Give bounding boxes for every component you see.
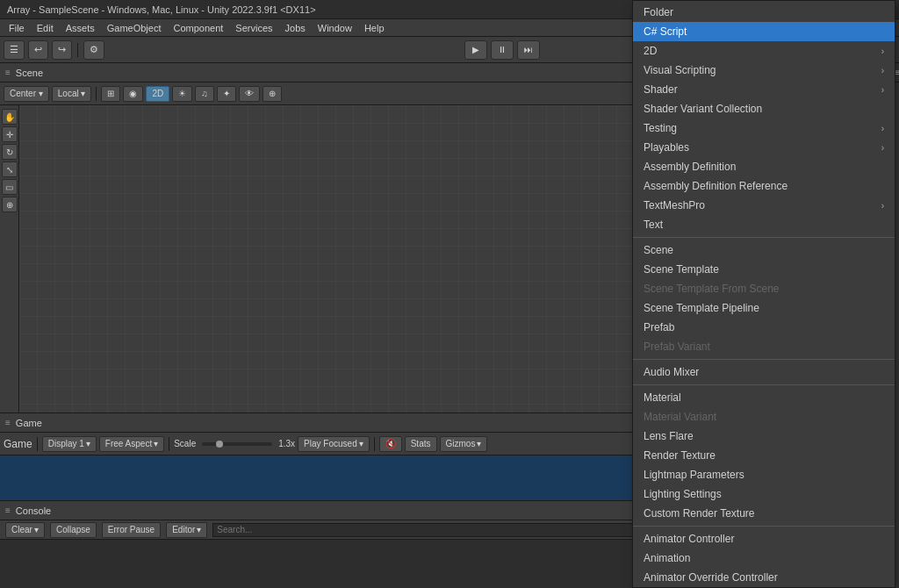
context-menu-item-lightmap-parameters[interactable]: Lightmap Parameters (633, 465, 895, 484)
light-toggle[interactable]: ☀ (172, 86, 192, 102)
collapse-btn[interactable]: Collapse (50, 522, 97, 538)
menu-edit[interactable]: Edit (32, 19, 59, 37)
scene-icon: ≡ (5, 68, 11, 77)
gizmos-scene-btn[interactable]: ⊕ (263, 86, 282, 102)
context-menu-item-assembly-definition[interactable]: Assembly Definition (633, 157, 895, 176)
settings-btn[interactable]: ⚙ (83, 40, 104, 60)
context-menu-item-lighting-settings[interactable]: Lighting Settings (633, 484, 895, 504)
context-menu-item-custom-render-texture[interactable]: Custom Render Texture (633, 504, 895, 523)
context-menu-item-animation[interactable]: Animation (633, 549, 895, 568)
aspect-dropdown[interactable]: Free Aspect ▾ (99, 436, 164, 452)
mute-btn[interactable]: 🔇 (379, 436, 402, 452)
transform-tool[interactable]: ⊕ (2, 197, 18, 212)
context-menu-item-material[interactable]: Material (633, 388, 895, 407)
ctx-item-label: Text (644, 219, 663, 231)
audio-toggle[interactable]: ♫ (195, 86, 214, 102)
menu-services[interactable]: Services (230, 19, 277, 37)
context-menu-item-text[interactable]: Text (633, 215, 895, 234)
context-menu-item-2d[interactable]: 2D› (633, 41, 895, 61)
context-menu-item-animator-controller[interactable]: Animator Controller (633, 529, 895, 549)
hidden-toggle[interactable]: 👁 (239, 86, 260, 102)
clear-label: Clear (11, 525, 32, 534)
ctx-item-label: Visual Scripting (644, 64, 716, 76)
play-focused-label: Play Focused (304, 439, 357, 448)
menu-assets[interactable]: Assets (61, 19, 100, 37)
playback-controls: ▶ ⏸ ⏭ (464, 40, 540, 60)
display-dropdown[interactable]: Display 1 ▾ (42, 436, 97, 452)
pause-button[interactable]: ⏸ (491, 40, 514, 60)
menu-window[interactable]: Window (313, 19, 357, 37)
2d-label: 2D (152, 89, 163, 98)
clear-btn[interactable]: Clear ▾ (5, 522, 45, 538)
console-icon: ≡ (5, 506, 11, 515)
scene-left-tools: ✋ ✛ ↻ ⤡ ▭ ⊕ (0, 105, 19, 412)
menu-help[interactable]: Help (359, 19, 390, 37)
ctx-item-label: C# Script (644, 25, 687, 38)
ctx-separator (633, 359, 895, 360)
hand-tool[interactable]: ✋ (2, 109, 18, 125)
editor-btn[interactable]: Editor ▾ (166, 522, 207, 538)
context-menu-item-c#-script[interactable]: C# Script (633, 22, 895, 41)
2d-toggle[interactable]: 2D (146, 86, 169, 102)
game-label: Game (4, 438, 32, 450)
error-pause-btn[interactable]: Error Pause (102, 522, 161, 538)
ctx-item-label: Lighting Settings (644, 488, 722, 500)
context-menu-item-material-variant: Material Variant (633, 407, 895, 427)
ctx-separator (633, 526, 895, 527)
play-button[interactable]: ▶ (464, 40, 487, 60)
ctx-item-label: Prefab Variant (644, 341, 710, 353)
scale-slider[interactable] (202, 442, 272, 446)
context-menu-item-shader-variant-collection[interactable]: Shader Variant Collection (633, 99, 895, 118)
toolbar-sep-1 (77, 43, 78, 57)
gizmos-btn[interactable]: Gizmos ▾ (440, 436, 488, 452)
context-menu-item-testing[interactable]: Testing› (633, 118, 895, 138)
center-button[interactable]: Center ▾ (4, 86, 49, 102)
context-menu-item-textmeshpro[interactable]: TextMeshPro› (633, 196, 895, 215)
play-focused-dropdown[interactable]: Play Focused ▾ (298, 436, 370, 452)
fx-toggle[interactable]: ✦ (217, 86, 236, 102)
scene-title: Scene (16, 68, 43, 78)
error-pause-label: Error Pause (108, 525, 155, 534)
move-tool[interactable]: ✛ (2, 126, 18, 142)
ctx-item-label: Shader Variant Collection (644, 103, 762, 115)
context-menu-item-assembly-definition-reference[interactable]: Assembly Definition Reference (633, 176, 895, 196)
rotate-tool[interactable]: ↻ (2, 144, 18, 160)
scale-tool[interactable]: ⤡ (2, 161, 18, 177)
view-options[interactable]: ◉ (123, 86, 143, 102)
context-menu-item-scene[interactable]: Scene (633, 240, 895, 260)
ctx-arrow-icon: › (881, 47, 884, 56)
context-menu-item-folder[interactable]: Folder (633, 3, 895, 22)
ctx-item-label: Animation (644, 552, 690, 564)
context-menu-item-shader[interactable]: Shader› (633, 80, 895, 99)
stats-label: Stats (411, 439, 431, 448)
menu-gameobject[interactable]: GameObject (102, 19, 167, 37)
context-menu-item-animator-override-controller[interactable]: Animator Override Controller (633, 568, 895, 587)
menu-file[interactable]: File (4, 19, 30, 37)
context-menu-item-scene-template-from-scene: Scene Template From Scene (633, 279, 895, 298)
game-sep3 (374, 437, 375, 451)
redo-btn[interactable]: ↪ (52, 40, 72, 60)
context-menu-item-audio-mixer[interactable]: Audio Mixer (633, 362, 895, 382)
context-menu-item-prefab[interactable]: Prefab (633, 318, 895, 337)
local-button[interactable]: Local ▾ (52, 86, 92, 102)
ctx-item-label: TextMeshPro (644, 199, 705, 212)
stats-btn[interactable]: Stats (405, 436, 437, 452)
ctx-item-label: Material (644, 391, 681, 404)
context-menu-item-lens-flare[interactable]: Lens Flare (633, 427, 895, 446)
context-menu-item-scene-template-pipeline[interactable]: Scene Template Pipeline (633, 298, 895, 318)
center-label: Center ▾ (10, 89, 43, 98)
step-button[interactable]: ⏭ (517, 40, 540, 60)
local-label: Local ▾ (58, 89, 86, 98)
context-menu-item-visual-scripting[interactable]: Visual Scripting› (633, 61, 895, 80)
context-menu-item-playables[interactable]: Playables› (633, 138, 895, 157)
menu-component[interactable]: Component (168, 19, 228, 37)
ctx-item-label: Assembly Definition (644, 161, 736, 173)
context-menu-item-scene-template[interactable]: Scene Template (633, 260, 895, 279)
context-menu-item-render-texture[interactable]: Render Texture (633, 446, 895, 465)
grid-toggle[interactable]: ⊞ (101, 86, 120, 102)
rect-tool[interactable]: ▭ (2, 179, 18, 195)
scale-thumb (216, 441, 223, 448)
unity-menu-btn[interactable]: ☰ (4, 40, 25, 60)
menu-jobs[interactable]: Jobs (280, 19, 311, 37)
undo-btn[interactable]: ↩ (28, 40, 48, 60)
